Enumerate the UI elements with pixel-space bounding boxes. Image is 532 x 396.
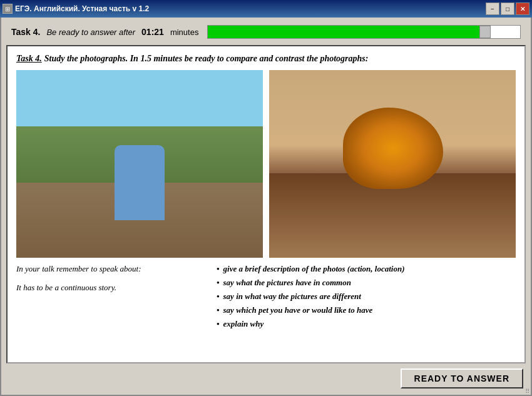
photos-row <box>16 70 516 258</box>
window-title: ЕГЭ. Английский. Устная часть v 1.2 <box>15 4 149 13</box>
title-bar-left: ⊞ ЕГЭ. Английский. Устная часть v 1.2 <box>3 4 149 14</box>
minutes-label: minutes <box>170 28 199 37</box>
photo1-inner <box>16 70 263 258</box>
progress-thumb[interactable] <box>479 26 491 38</box>
bullet-1: give a brief description of the photos (… <box>217 264 516 274</box>
left-instructions: In your talk remember to speak about: It… <box>16 264 204 333</box>
window-controls: − □ ✕ <box>486 3 529 15</box>
progress-fill <box>208 26 483 38</box>
bullet-2: say what the pictures have in common <box>217 278 516 288</box>
top-bar: Task 4. Be ready to answer after 01:21 m… <box>6 23 526 41</box>
instruction-para-1: In your talk remember to speak about: <box>16 264 204 274</box>
bullet-4: say which pet you have or would like to … <box>217 305 516 315</box>
ready-to-answer-button[interactable]: READY TO ANSWER <box>401 368 523 388</box>
task-title: Task 4. <box>16 54 42 63</box>
bottom-row: READY TO ANSWER <box>6 367 526 390</box>
timer-display: 01:21 <box>141 27 164 37</box>
task-heading-row: Task 4. Study the photographs. In 1.5 mi… <box>16 53 516 64</box>
right-instructions: give a brief description of the photos (… <box>217 264 516 333</box>
maximize-button[interactable]: □ <box>501 3 514 15</box>
bullet-list: give a brief description of the photos (… <box>217 264 516 329</box>
content-area: Task 4. Study the photographs. In 1.5 mi… <box>6 45 526 363</box>
window-body: Task 4. Be ready to answer after 01:21 m… <box>0 18 532 396</box>
photo-2 <box>269 70 516 258</box>
bullet-5: explain why <box>217 319 516 329</box>
minimize-button[interactable]: − <box>486 3 499 15</box>
close-button[interactable]: ✕ <box>516 3 529 15</box>
bullet-3: say in what way the pictures are differe… <box>217 292 516 302</box>
bottom-section: In your talk remember to speak about: It… <box>16 264 516 333</box>
resize-grip[interactable]: ⠿ <box>523 387 531 395</box>
instruction-para-2: It has to be a continuous story. <box>16 283 204 293</box>
photo2-inner <box>269 70 516 258</box>
progress-bar-container <box>207 25 521 39</box>
task-instruction: Study the photographs. In 1.5 minutes be… <box>44 54 369 63</box>
title-bar: ⊞ ЕГЭ. Английский. Устная часть v 1.2 − … <box>0 0 532 18</box>
photo-1 <box>16 70 263 258</box>
ready-after-label: Be ready to answer after <box>46 28 135 37</box>
task-number-label: Task 4. <box>11 27 40 37</box>
app-icon: ⊞ <box>3 4 13 14</box>
